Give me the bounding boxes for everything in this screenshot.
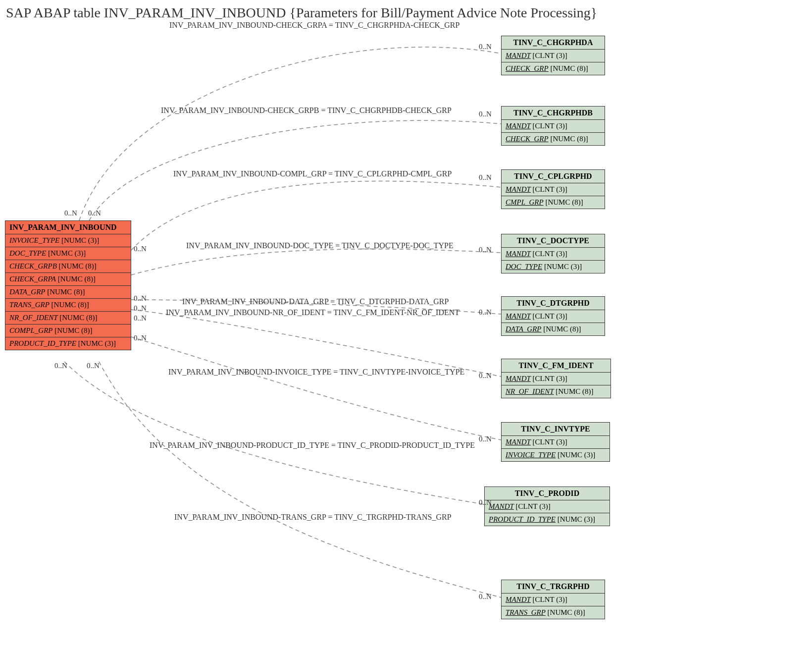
entity-header: TINV_C_PRODID — [485, 487, 609, 500]
entity-field: CHECK_GRPA [NUMC (8)] — [5, 273, 131, 286]
field-type: [NUMC (3)] — [61, 236, 99, 244]
field-name: TRANS_GRP — [9, 301, 50, 309]
diagram-title: SAP ABAP table INV_PARAM_INV_INBOUND {Pa… — [6, 5, 597, 21]
field-name: DATA_GRP — [506, 325, 542, 333]
relation-label: INV_PARAM_INV_INBOUND-NR_OF_IDENT = TINV… — [166, 308, 459, 317]
entity-field: DOC_TYPE [NUMC (3)] — [5, 247, 131, 260]
relation-label: INV_PARAM_INV_INBOUND-PRODUCT_ID_TYPE = … — [150, 441, 475, 450]
entity-field: NR_OF_IDENT [NUMC (8)] — [502, 385, 610, 398]
relation-label: INV_PARAM_INV_INBOUND-TRANS_GRP = TINV_C… — [174, 513, 452, 522]
field-type: [NUMC (8)] — [550, 135, 588, 143]
entity-field: DOC_TYPE [NUMC (3)] — [502, 261, 605, 273]
cardinality-label: 0..N — [479, 593, 492, 601]
entity-header: TINV_C_CHGRPHDA — [502, 36, 605, 50]
field-type: [NUMC (8)] — [59, 262, 97, 270]
cardinality-label: 0..N — [134, 334, 147, 342]
field-type: [NUMC (8)] — [51, 301, 89, 309]
field-type: [CLNT (3)] — [533, 122, 567, 130]
entity-header: TINV_C_FM_IDENT — [502, 359, 610, 373]
entity-inv-param-inv-inbound: INV_PARAM_INV_INBOUND INVOICE_TYPE [NUMC… — [5, 220, 131, 350]
entity-tinv-c-chgrphda: TINV_C_CHGRPHDA MANDT [CLNT (3)] CHECK_G… — [501, 36, 605, 75]
field-name: INVOICE_TYPE — [9, 236, 59, 244]
field-type: [NUMC (8)] — [59, 314, 97, 322]
entity-field: DATA_GRP [NUMC (8)] — [5, 286, 131, 299]
cardinality-label: 0..N — [479, 173, 492, 182]
entity-header: TINV_C_TRGRPHD — [502, 580, 605, 594]
cardinality-label: 0..N — [64, 209, 77, 217]
entity-field: MANDT [CLNT (3)] — [502, 436, 609, 449]
field-name: DOC_TYPE — [506, 263, 542, 270]
entity-field: CHECK_GRPB [NUMC (8)] — [5, 260, 131, 273]
field-type: [CLNT (3)] — [533, 438, 567, 446]
cardinality-label: 0..N — [479, 110, 492, 118]
field-type: [NUMC (8)] — [543, 325, 581, 333]
field-type: [NUMC (8)] — [556, 387, 593, 395]
field-type: [NUMC (3)] — [48, 249, 86, 257]
field-name: DOC_TYPE — [9, 249, 46, 257]
entity-field: MANDT [CLNT (3)] — [502, 373, 610, 385]
cardinality-label: 0..N — [134, 314, 147, 323]
cardinality-label: 0..N — [88, 209, 101, 217]
field-name: MANDT — [506, 52, 531, 59]
entity-tinv-c-cplgrphd: TINV_C_CPLGRPHD MANDT [CLNT (3)] CMPL_GR… — [501, 169, 605, 209]
field-name: DATA_GRP — [9, 288, 46, 296]
cardinality-label: 0..N — [479, 246, 492, 254]
field-type: [NUMC (8)] — [47, 288, 85, 296]
field-type: [CLNT (3)] — [533, 52, 567, 59]
entity-header: TINV_C_DOCTYPE — [502, 234, 605, 248]
field-name: PRODUCT_ID_TYPE — [9, 339, 76, 347]
entity-field: INVOICE_TYPE [NUMC (3)] — [5, 234, 131, 247]
field-type: [NUMC (8)] — [545, 198, 583, 206]
cardinality-label: 0..N — [479, 435, 492, 443]
field-type: [CLNT (3)] — [533, 185, 567, 193]
field-name: NR_OF_IDENT — [506, 387, 554, 395]
field-type: [NUMC (8)] — [58, 275, 96, 283]
entity-header: TINV_C_CHGRPHDB — [502, 107, 605, 120]
field-name: TRANS_GRP — [506, 608, 546, 616]
cardinality-label: 0..N — [479, 372, 492, 380]
entity-field: MANDT [CLNT (3)] — [502, 594, 605, 606]
entity-field: MANDT [CLNT (3)] — [485, 500, 609, 513]
relation-label: INV_PARAM_INV_INBOUND-DOC_TYPE = TINV_C_… — [186, 241, 454, 250]
entity-field: CHECK_GRP [NUMC (8)] — [502, 62, 605, 75]
entity-field: PRODUCT_ID_TYPE [NUMC (3)] — [485, 513, 609, 526]
entity-field: MANDT [CLNT (3)] — [502, 50, 605, 62]
entity-field: TRANS_GRP [NUMC (8)] — [502, 606, 605, 619]
field-name: COMPL_GRP — [9, 326, 53, 334]
relation-label: INV_PARAM_INV_INBOUND-CHECK_GRPA = TINV_… — [169, 21, 459, 30]
relation-label: INV_PARAM_INV_INBOUND-CHECK_GRPB = TINV_… — [161, 106, 452, 115]
field-name: MANDT — [506, 438, 531, 446]
field-name: MANDT — [506, 312, 531, 320]
cardinality-label: 0..N — [479, 43, 492, 51]
entity-field: PRODUCT_ID_TYPE [NUMC (3)] — [5, 337, 131, 350]
entity-field: INVOICE_TYPE [NUMC (3)] — [502, 449, 609, 461]
field-name: MANDT — [506, 250, 531, 258]
entity-field: COMPL_GRP [NUMC (8)] — [5, 324, 131, 337]
field-type: [CLNT (3)] — [533, 375, 567, 382]
entity-field: MANDT [CLNT (3)] — [502, 183, 605, 196]
field-name: CHECK_GRP — [506, 135, 549, 143]
field-type: [NUMC (3)] — [78, 339, 116, 347]
field-type: [NUMC (8)] — [550, 64, 588, 72]
entity-field: TRANS_GRP [NUMC (8)] — [5, 299, 131, 312]
cardinality-label: 0..N — [479, 308, 492, 317]
field-name: PRODUCT_ID_TYPE — [489, 515, 556, 523]
field-type: [NUMC (8)] — [548, 608, 585, 616]
field-type: [NUMC (3)] — [558, 515, 595, 523]
field-name: MANDT — [506, 185, 531, 193]
field-type: [CLNT (3)] — [533, 595, 567, 603]
cardinality-label: 0..N — [479, 498, 492, 507]
field-name: MANDT — [506, 122, 531, 130]
entity-tinv-c-doctype: TINV_C_DOCTYPE MANDT [CLNT (3)] DOC_TYPE… — [501, 234, 605, 273]
cardinality-label: 0..N — [134, 294, 147, 303]
cardinality-label: 0..N — [87, 362, 100, 370]
entity-tinv-c-trgrphd: TINV_C_TRGRPHD MANDT [CLNT (3)] TRANS_GR… — [501, 580, 605, 619]
entity-header: INV_PARAM_INV_INBOUND — [5, 221, 131, 234]
relation-label: INV_PARAM_INV_INBOUND-DATA_GRP = TINV_C_… — [182, 297, 449, 306]
relation-label: INV_PARAM_INV_INBOUND-INVOICE_TYPE = TIN… — [168, 368, 464, 377]
entity-tinv-c-invtype: TINV_C_INVTYPE MANDT [CLNT (3)] INVOICE_… — [501, 422, 610, 462]
field-type: [CLNT (3)] — [533, 250, 567, 258]
entity-field: MANDT [CLNT (3)] — [502, 120, 605, 133]
entity-field: MANDT [CLNT (3)] — [502, 310, 605, 323]
entity-tinv-c-prodid: TINV_C_PRODID MANDT [CLNT (3)] PRODUCT_I… — [484, 486, 610, 526]
